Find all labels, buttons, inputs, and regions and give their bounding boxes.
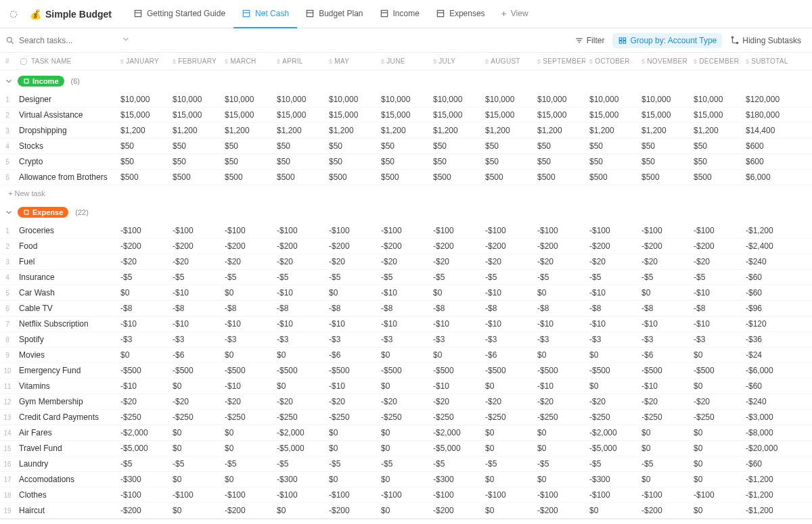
- table-row[interactable]: 1Designer$10,000$10,000$10,000$10,000$10…: [0, 92, 812, 108]
- cell-value[interactable]: $500: [273, 170, 325, 185]
- cell-value[interactable]: $15,000: [690, 108, 742, 122]
- cell-value[interactable]: -$3: [481, 332, 533, 347]
- cell-value[interactable]: -$100: [637, 223, 690, 238]
- cell-value[interactable]: $0: [690, 441, 742, 456]
- cell-value[interactable]: -$20: [168, 394, 221, 409]
- cell-value[interactable]: -$10: [585, 316, 637, 331]
- cell-value[interactable]: -$8: [221, 301, 273, 316]
- cell-value[interactable]: -$20: [533, 394, 585, 409]
- cell-value[interactable]: -$500: [637, 363, 690, 378]
- cell-value[interactable]: $50: [377, 154, 429, 169]
- cell-value[interactable]: -$8: [325, 301, 377, 316]
- cell-value[interactable]: -$200: [221, 503, 273, 518]
- table-row[interactable]: 8Spotify-$3-$3-$3-$3-$3-$3-$3-$3-$3-$3-$…: [0, 332, 812, 348]
- cell-value[interactable]: $0: [481, 503, 533, 518]
- cell-value[interactable]: -$5: [429, 456, 481, 471]
- cell-value[interactable]: $0: [325, 472, 377, 487]
- row-name[interactable]: Groceries: [15, 223, 116, 238]
- cell-value[interactable]: $0: [221, 425, 273, 440]
- col-task-name[interactable]: TASK NAME: [15, 53, 116, 70]
- cell-value[interactable]: -$10: [690, 316, 742, 331]
- cell-value[interactable]: $0: [221, 348, 273, 362]
- cell-value[interactable]: $50: [637, 139, 690, 153]
- cell-value[interactable]: -$300: [585, 472, 637, 487]
- cell-value[interactable]: -$200: [533, 239, 585, 254]
- cell-value[interactable]: -$8: [377, 301, 429, 316]
- group-by-button[interactable]: Group by: Account Type: [612, 33, 722, 48]
- cell-value[interactable]: $0: [168, 441, 221, 456]
- row-name[interactable]: Gym Membership: [15, 394, 116, 409]
- table-row[interactable]: 11Vitamins-$10$0-$10$0-$10$0-$10$0-$10$0…: [0, 379, 812, 394]
- row-name[interactable]: Clothes: [15, 487, 116, 502]
- table-row[interactable]: 7Netflix Subscription-$10-$10-$10-$10-$1…: [0, 316, 812, 332]
- cell-value[interactable]: $10,000: [533, 92, 585, 107]
- cell-value[interactable]: $1,200: [481, 123, 533, 138]
- cell-value[interactable]: $0: [690, 348, 742, 362]
- cell-value[interactable]: $0: [690, 472, 742, 487]
- cell-value[interactable]: $0: [585, 503, 637, 518]
- cell-value[interactable]: -$200: [168, 239, 221, 254]
- cell-subtotal[interactable]: $120,000: [742, 92, 803, 107]
- cell-value[interactable]: -$200: [325, 503, 377, 518]
- row-name[interactable]: Cable TV: [15, 301, 116, 316]
- cell-subtotal[interactable]: -$20,000: [742, 441, 803, 456]
- cell-value[interactable]: $0: [585, 348, 637, 362]
- col-october[interactable]: $OCTOBER: [585, 53, 637, 70]
- cell-value[interactable]: -$500: [273, 363, 325, 378]
- cell-value[interactable]: -$100: [325, 223, 377, 238]
- cell-value[interactable]: -$10: [637, 379, 690, 394]
- cell-value[interactable]: $50: [273, 154, 325, 169]
- col-january[interactable]: $JANUARY: [116, 53, 168, 70]
- cell-value[interactable]: -$100: [325, 487, 377, 502]
- table-row[interactable]: 5Car Wash$0-$10$0-$10$0-$10$0-$10$0-$10$…: [0, 285, 812, 301]
- cell-value[interactable]: -$10: [273, 316, 325, 331]
- cell-value[interactable]: -$100: [168, 223, 221, 238]
- col-september[interactable]: $SEPTEMBER: [533, 53, 585, 70]
- cell-value[interactable]: $15,000: [429, 108, 481, 122]
- cell-value[interactable]: -$5: [481, 456, 533, 471]
- row-name[interactable]: Netflix Subscription: [15, 316, 116, 331]
- cell-value[interactable]: $500: [116, 170, 168, 185]
- cell-value[interactable]: $0: [585, 379, 637, 394]
- col-june[interactable]: $JUNE: [377, 53, 429, 70]
- cell-value[interactable]: -$20: [325, 394, 377, 409]
- cell-value[interactable]: $0: [325, 425, 377, 440]
- cell-value[interactable]: -$3: [429, 332, 481, 347]
- cell-value[interactable]: -$500: [690, 363, 742, 378]
- cell-value[interactable]: -$2,000: [429, 425, 481, 440]
- cell-value[interactable]: $50: [690, 139, 742, 153]
- cell-value[interactable]: $0: [533, 348, 585, 362]
- cell-value[interactable]: -$250: [168, 410, 221, 425]
- cell-value[interactable]: -$10: [116, 316, 168, 331]
- cell-value[interactable]: $0: [533, 285, 585, 300]
- cell-value[interactable]: $15,000: [585, 108, 637, 122]
- row-name[interactable]: Accomodations: [15, 472, 116, 487]
- row-name[interactable]: Virtual Assistance: [15, 108, 116, 122]
- cell-value[interactable]: -$250: [533, 410, 585, 425]
- cell-subtotal[interactable]: -$60: [742, 270, 803, 285]
- cell-value[interactable]: $0: [221, 441, 273, 456]
- cell-value[interactable]: -$10: [377, 316, 429, 331]
- cell-value[interactable]: -$200: [585, 239, 637, 254]
- cell-value[interactable]: -$5: [221, 456, 273, 471]
- cell-value[interactable]: $0: [377, 472, 429, 487]
- cell-value[interactable]: $0: [377, 425, 429, 440]
- cell-value[interactable]: -$8: [273, 301, 325, 316]
- table-row[interactable]: 1Groceries-$100-$100-$100-$100-$100-$100…: [0, 223, 812, 239]
- cell-value[interactable]: -$5: [637, 456, 690, 471]
- cell-value[interactable]: $15,000: [273, 108, 325, 122]
- cell-value[interactable]: $0: [637, 285, 690, 300]
- cell-value[interactable]: $0: [273, 379, 325, 394]
- cell-value[interactable]: $0: [690, 379, 742, 394]
- cell-value[interactable]: $0: [429, 348, 481, 362]
- cell-value[interactable]: $1,200: [533, 123, 585, 138]
- cell-value[interactable]: -$500: [168, 363, 221, 378]
- cell-value[interactable]: $15,000: [533, 108, 585, 122]
- table-row[interactable]: 6Cable TV-$8-$8-$8-$8-$8-$8-$8-$8-$8-$8-…: [0, 301, 812, 316]
- cell-value[interactable]: $0: [377, 379, 429, 394]
- tab-expenses[interactable]: Expenses: [428, 0, 493, 28]
- cell-value[interactable]: $1,200: [116, 123, 168, 138]
- cell-value[interactable]: -$20: [637, 394, 690, 409]
- cell-value[interactable]: -$3: [221, 332, 273, 347]
- cell-value[interactable]: -$5,000: [585, 441, 637, 456]
